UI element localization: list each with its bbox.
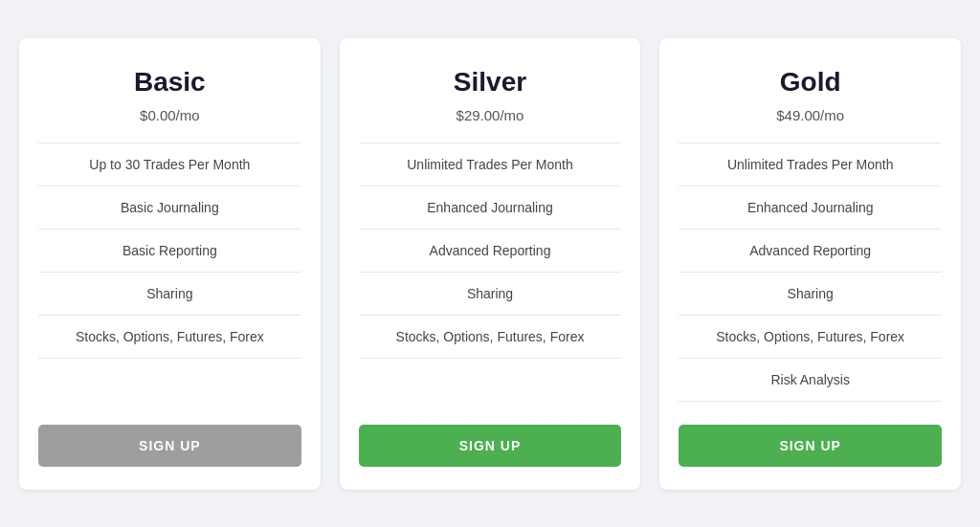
feature-item: Sharing <box>679 273 942 316</box>
plan-name-basic: Basic <box>38 67 301 98</box>
feature-item: Enhanced Journaling <box>679 187 942 230</box>
feature-item: Enhanced Journaling <box>359 187 622 230</box>
feature-item: Stocks, Options, Futures, Forex <box>359 316 622 359</box>
feature-item: Advanced Reporting <box>359 230 622 273</box>
feature-item: Advanced Reporting <box>679 230 942 273</box>
plan-card-gold: Gold$49.00/moUnlimited Trades Per MonthE… <box>659 38 961 490</box>
feature-item: Basic Reporting <box>38 230 301 273</box>
plan-name-gold: Gold <box>679 67 942 98</box>
feature-item: Unlimited Trades Per Month <box>359 143 622 187</box>
feature-item: Up to 30 Trades Per Month <box>38 143 301 187</box>
feature-item: Sharing <box>359 273 622 316</box>
plan-name-silver: Silver <box>359 67 622 98</box>
plan-price-silver: $29.00/mo <box>359 107 622 123</box>
pricing-container: Basic$0.00/moUp to 30 Trades Per MonthBa… <box>19 38 961 490</box>
plan-price-basic: $0.00/mo <box>38 107 301 123</box>
plan-card-silver: Silver$29.00/moUnlimited Trades Per Mont… <box>340 38 641 490</box>
feature-item: Stocks, Options, Futures, Forex <box>679 316 942 359</box>
feature-item: Basic Journaling <box>38 187 301 230</box>
feature-item: Risk Analysis <box>679 359 942 402</box>
plan-card-basic: Basic$0.00/moUp to 30 Trades Per MonthBa… <box>19 38 321 490</box>
signup-button-gold[interactable]: SIGN UP <box>679 425 942 467</box>
signup-button-silver[interactable]: SIGN UP <box>359 425 622 467</box>
feature-item: Stocks, Options, Futures, Forex <box>38 316 301 359</box>
plan-price-gold: $49.00/mo <box>679 107 942 123</box>
features-list-gold: Unlimited Trades Per MonthEnhanced Journ… <box>679 143 942 402</box>
features-list-silver: Unlimited Trades Per MonthEnhanced Journ… <box>359 143 622 402</box>
feature-item: Unlimited Trades Per Month <box>679 143 942 187</box>
feature-item: Sharing <box>38 273 301 316</box>
features-list-basic: Up to 30 Trades Per MonthBasic Journalin… <box>38 143 301 402</box>
signup-button-basic[interactable]: SIGN UP <box>38 425 301 467</box>
